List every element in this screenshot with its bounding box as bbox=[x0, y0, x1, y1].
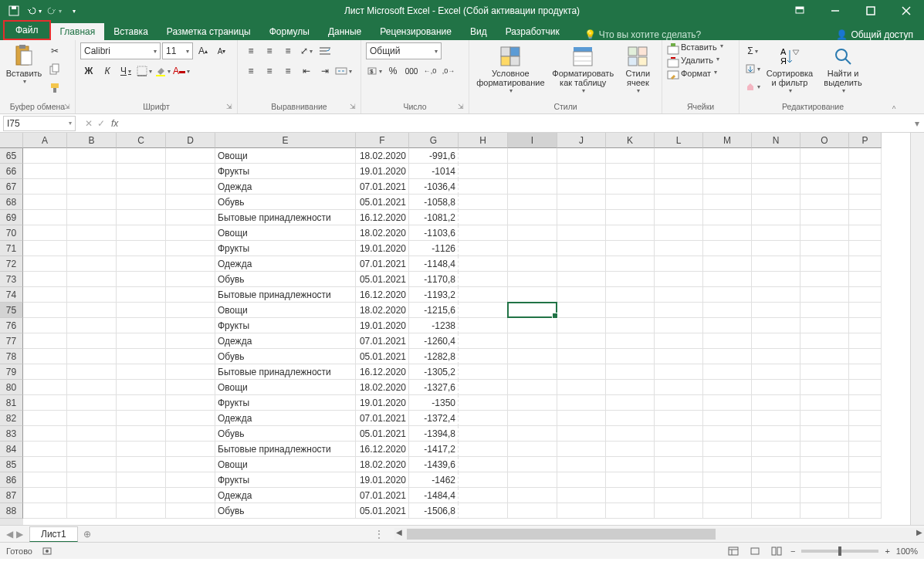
cell-E72[interactable]: Одежда bbox=[215, 256, 356, 272]
cell-B71[interactable] bbox=[67, 241, 117, 256]
cell-N70[interactable] bbox=[752, 225, 800, 241]
cell-M87[interactable] bbox=[703, 488, 752, 503]
cell-C67[interactable] bbox=[117, 179, 166, 195]
cell-K67[interactable] bbox=[606, 179, 655, 195]
cell-J88[interactable] bbox=[557, 503, 606, 519]
name-box-dropdown-icon[interactable]: ▾ bbox=[69, 120, 72, 127]
cell-C69[interactable] bbox=[117, 210, 166, 225]
cell-D68[interactable] bbox=[166, 195, 215, 210]
row-header-67[interactable]: 67 bbox=[0, 179, 23, 195]
cell-P79[interactable] bbox=[849, 364, 882, 380]
col-header-G[interactable]: G bbox=[409, 133, 459, 148]
paste-button[interactable]: Вставить▾ bbox=[5, 42, 43, 85]
cell-P87[interactable] bbox=[849, 488, 882, 503]
cell-P65[interactable] bbox=[849, 148, 882, 164]
cell-D86[interactable] bbox=[166, 472, 215, 488]
cell-G82[interactable]: -1372,4 bbox=[409, 411, 459, 426]
number-dialog-icon[interactable]: ⇲ bbox=[458, 103, 467, 112]
cell-K85[interactable] bbox=[606, 457, 655, 472]
conditional-formatting-button[interactable]: Условное форматирование▾ bbox=[474, 42, 547, 94]
cell-K71[interactable] bbox=[606, 241, 655, 256]
cell-N84[interactable] bbox=[752, 442, 800, 457]
cell-I79[interactable] bbox=[508, 364, 557, 380]
col-header-P[interactable]: P bbox=[849, 133, 882, 148]
col-header-F[interactable]: F bbox=[356, 133, 409, 148]
cell-O76[interactable] bbox=[800, 318, 849, 333]
col-header-J[interactable]: J bbox=[557, 133, 606, 148]
cell-A79[interactable] bbox=[23, 364, 67, 380]
underline-button[interactable]: Ч▾ bbox=[117, 63, 134, 80]
cell-D80[interactable] bbox=[166, 380, 215, 395]
cell-L72[interactable] bbox=[655, 256, 703, 272]
cell-P71[interactable] bbox=[849, 241, 882, 256]
cell-N72[interactable] bbox=[752, 256, 800, 272]
cell-C80[interactable] bbox=[117, 380, 166, 395]
macro-record-icon[interactable] bbox=[42, 546, 52, 557]
cell-J71[interactable] bbox=[557, 241, 606, 256]
cell-B85[interactable] bbox=[67, 457, 117, 472]
cell-C76[interactable] bbox=[117, 318, 166, 333]
cell-M82[interactable] bbox=[703, 411, 752, 426]
cell-O84[interactable] bbox=[800, 442, 849, 457]
zoom-out-icon[interactable]: − bbox=[790, 546, 795, 556]
alignment-dialog-icon[interactable]: ⇲ bbox=[350, 103, 359, 112]
cell-N80[interactable] bbox=[752, 380, 800, 395]
row-header-66[interactable]: 66 bbox=[0, 164, 23, 179]
cell-B74[interactable] bbox=[67, 287, 117, 303]
fill-color-icon[interactable]: ▾ bbox=[154, 63, 171, 80]
cell-F84[interactable]: 16.12.2020 bbox=[356, 442, 409, 457]
cell-B84[interactable] bbox=[67, 442, 117, 457]
cell-I82[interactable] bbox=[508, 411, 557, 426]
cell-B83[interactable] bbox=[67, 426, 117, 442]
cell-J74[interactable] bbox=[557, 287, 606, 303]
cell-C71[interactable] bbox=[117, 241, 166, 256]
orientation-icon[interactable]: ⤢▾ bbox=[298, 42, 315, 59]
cell-O75[interactable] bbox=[800, 303, 849, 318]
cell-K74[interactable] bbox=[606, 287, 655, 303]
minimize-icon[interactable] bbox=[817, 0, 853, 22]
decrease-indent-icon[interactable]: ⇤ bbox=[298, 63, 315, 80]
cell-J78[interactable] bbox=[557, 349, 606, 364]
normal-view-icon[interactable] bbox=[726, 545, 741, 557]
cell-H67[interactable] bbox=[459, 179, 508, 195]
cell-K87[interactable] bbox=[606, 488, 655, 503]
cell-D77[interactable] bbox=[166, 333, 215, 349]
col-header-N[interactable]: N bbox=[752, 133, 800, 148]
cell-E65[interactable]: Овощи bbox=[215, 148, 356, 164]
cell-L76[interactable] bbox=[655, 318, 703, 333]
cell-P74[interactable] bbox=[849, 287, 882, 303]
select-all-triangle[interactable] bbox=[0, 133, 23, 148]
horizontal-scrollbar[interactable]: ◀ ▶ bbox=[394, 528, 924, 540]
format-cells-button[interactable]: Формат▾ bbox=[667, 69, 717, 81]
cell-L87[interactable] bbox=[655, 488, 703, 503]
cell-C86[interactable] bbox=[117, 472, 166, 488]
cell-I74[interactable] bbox=[508, 287, 557, 303]
share-button[interactable]: 👤 Общий доступ bbox=[836, 29, 913, 40]
cell-I77[interactable] bbox=[508, 333, 557, 349]
cell-P77[interactable] bbox=[849, 333, 882, 349]
zoom-slider[interactable] bbox=[801, 550, 878, 553]
cell-P69[interactable] bbox=[849, 210, 882, 225]
row-header-65[interactable]: 65 bbox=[0, 148, 23, 164]
cell-H65[interactable] bbox=[459, 148, 508, 164]
cell-K83[interactable] bbox=[606, 426, 655, 442]
cell-B86[interactable] bbox=[67, 472, 117, 488]
cell-E71[interactable]: Фрукты bbox=[215, 241, 356, 256]
cell-C66[interactable] bbox=[117, 164, 166, 179]
cell-L83[interactable] bbox=[655, 426, 703, 442]
format-as-table-button[interactable]: Форматировать как таблицу▾ bbox=[550, 42, 616, 94]
cell-L81[interactable] bbox=[655, 395, 703, 411]
cell-N75[interactable] bbox=[752, 303, 800, 318]
cell-A80[interactable] bbox=[23, 380, 67, 395]
cell-G83[interactable]: -1394,8 bbox=[409, 426, 459, 442]
cell-E79[interactable]: Бытовые принадлежности bbox=[215, 364, 356, 380]
sheet-nav-next-icon[interactable]: ▶ bbox=[16, 529, 23, 540]
comma-style-icon[interactable]: 000 bbox=[403, 63, 420, 80]
cell-M71[interactable] bbox=[703, 241, 752, 256]
cell-N74[interactable] bbox=[752, 287, 800, 303]
cell-D69[interactable] bbox=[166, 210, 215, 225]
save-icon[interactable] bbox=[5, 2, 23, 20]
row-header-68[interactable]: 68 bbox=[0, 195, 23, 210]
cell-N78[interactable] bbox=[752, 349, 800, 364]
cell-F87[interactable]: 07.01.2021 bbox=[356, 488, 409, 503]
